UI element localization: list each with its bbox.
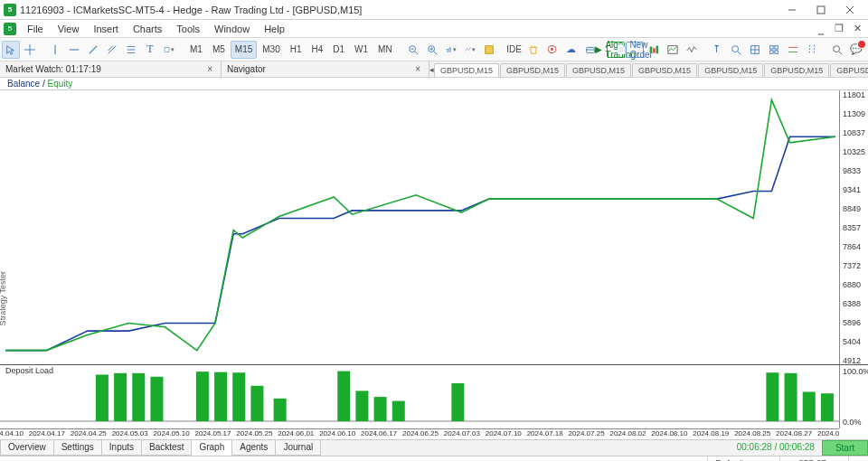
status-ping[interactable]: ◢255.67 ms	[779, 456, 848, 461]
svg-rect-24	[485, 45, 493, 53]
menu-view[interactable]: View	[51, 22, 87, 36]
tester-tab-inputs[interactable]: Inputs	[101, 440, 142, 456]
chart-tab[interactable]: GBPUSD,M15	[566, 63, 631, 77]
deposit-load-bar	[337, 372, 350, 421]
ide-button[interactable]: IDE	[505, 41, 524, 59]
mdi-close-button[interactable]: ✕	[848, 22, 866, 36]
menu-file[interactable]: File	[20, 22, 51, 36]
autoscroll-button[interactable]	[727, 41, 745, 59]
timeframe-h4[interactable]: H4	[307, 41, 328, 59]
timeframe-m1[interactable]: M1	[185, 41, 207, 59]
tester-tab-journal[interactable]: Journal	[275, 440, 321, 456]
status-profile[interactable]: Default	[707, 456, 779, 461]
xaxis-label: 2024.04.17	[29, 429, 65, 437]
timeframe-w1[interactable]: W1	[350, 41, 373, 59]
market-button[interactable]	[524, 41, 542, 59]
shift-button[interactable]: ⤒	[708, 41, 726, 59]
tile-button[interactable]	[765, 41, 783, 59]
hline-tool-button[interactable]	[65, 41, 83, 59]
menu-help[interactable]: Help	[257, 22, 292, 36]
menu-tools[interactable]: Tools	[169, 22, 207, 36]
tester-start-button[interactable]: Start	[822, 440, 868, 456]
timeframe-m5[interactable]: M5	[208, 41, 230, 59]
period-sep-button[interactable]	[803, 41, 821, 59]
legend-balance: Balance	[7, 79, 40, 89]
signals-button[interactable]: ⦿	[543, 41, 561, 59]
depth-button[interactable]	[645, 41, 663, 59]
objects-tool-button[interactable]: ▾	[160, 41, 178, 59]
xaxis-label: 2024.05.25	[236, 429, 272, 437]
chart-tab[interactable]: GBPUSD,M15	[434, 63, 499, 77]
deposit-load-bar	[451, 383, 464, 421]
tester-tab-overview[interactable]: Overview	[0, 440, 54, 456]
tester-elapsed-time: 00:06:28 / 00:06:28	[730, 440, 822, 456]
svg-rect-23	[449, 48, 451, 52]
market-watch-label: Market Watch: 01:17:19	[5, 64, 101, 74]
indicators-button[interactable]: ▾	[461, 41, 479, 59]
crosshair-tool-button[interactable]	[21, 41, 39, 59]
quotes-button[interactable]	[683, 41, 701, 59]
equity-chart[interactable]: 1180111309108371032598339341884983577864…	[0, 90, 868, 365]
mdi-minimize-button[interactable]: ‗	[812, 22, 830, 36]
cursor-tool-button[interactable]	[2, 41, 20, 59]
chart-yaxis: 1180111309108371032598339341884983577864…	[839, 90, 868, 364]
xaxis-label: 2024.05.03	[112, 429, 148, 437]
xaxis-label: 2024.08.19	[693, 429, 729, 437]
templates-button[interactable]	[480, 41, 498, 59]
new-order-button[interactable]: 📄 New Order	[626, 42, 644, 58]
timeframe-d1[interactable]: D1	[328, 41, 349, 59]
svg-line-47	[838, 51, 841, 53]
chart-xaxis: 2024.04.102024.04.172024.04.252024.05.03…	[0, 428, 839, 439]
menu-charts[interactable]: Charts	[126, 22, 169, 36]
close-button[interactable]	[835, 1, 864, 19]
market-watch-header[interactable]: Market Watch: 01:17:19 ×	[0, 61, 222, 77]
tester-tab-settings[interactable]: Settings	[53, 440, 102, 456]
menu-window[interactable]: Window	[207, 22, 257, 36]
chart-tab[interactable]: GBPUSD,M15	[830, 63, 868, 77]
fibo-tool-button[interactable]	[122, 41, 140, 59]
timeframe-h1[interactable]: H1	[286, 41, 307, 59]
minimize-button[interactable]	[778, 1, 807, 19]
trade-levels-button[interactable]	[784, 41, 802, 59]
vps-button[interactable]: ☁	[562, 41, 580, 59]
app-logo-icon: 5	[4, 4, 16, 16]
zoom-out-button[interactable]	[404, 41, 422, 59]
zoom-in-button[interactable]	[423, 41, 441, 59]
chart-tab[interactable]: GBPUSD,M15	[632, 63, 697, 77]
maximize-button[interactable]	[807, 1, 835, 19]
window-title: 11216903 - ICMarketsSC-MT5-4 - Hedge - R…	[20, 5, 362, 15]
menu-insert[interactable]: Insert	[86, 22, 126, 36]
mdi-restore-button[interactable]: ❐	[830, 22, 848, 36]
sub-ybottom: 0.0%	[843, 418, 862, 427]
text-tool-button[interactable]: T	[141, 41, 159, 59]
navigator-close-icon[interactable]: ×	[412, 64, 423, 74]
legend-equity: Equity	[47, 79, 72, 89]
timeframe-m30[interactable]: M30	[258, 41, 284, 59]
equidistant-tool-button[interactable]	[103, 41, 121, 59]
deposit-load-bar	[803, 392, 816, 421]
chart-tab[interactable]: GBPUSD,M15	[698, 63, 763, 77]
market-watch-close-icon[interactable]: ×	[204, 64, 215, 74]
svg-rect-31	[656, 45, 658, 53]
deposit-load-chart[interactable]: Deposit Load 100.0% 0.0%	[0, 365, 868, 428]
notifications-button[interactable]: 💬	[847, 41, 865, 59]
deposit-load-bar	[196, 372, 209, 421]
svg-rect-38	[769, 45, 772, 48]
xaxis-label: 2024.06.10	[319, 429, 355, 437]
yaxis-label: 9341	[843, 185, 861, 194]
tester-tab-backtest[interactable]: Backtest	[141, 440, 192, 456]
vline-tool-button[interactable]	[46, 41, 64, 59]
timeframe-mn[interactable]: MN	[373, 41, 397, 59]
chart-tab[interactable]: GBPUSD,M15	[764, 63, 829, 77]
navigator-header[interactable]: Navigator ×	[222, 61, 429, 77]
chart-type-button[interactable]: ▾	[442, 41, 460, 59]
chart-window-button[interactable]	[664, 41, 682, 59]
timeframe-m15[interactable]: M15	[231, 41, 257, 59]
tester-tab-agents[interactable]: Agents	[231, 440, 276, 456]
search-button[interactable]	[828, 41, 846, 59]
chart-tab[interactable]: GBPUSD,M15	[500, 63, 565, 77]
tester-tab-graph[interactable]: Graph	[191, 440, 232, 456]
deposit-load-bar	[232, 372, 245, 421]
trendline-tool-button[interactable]	[84, 41, 102, 59]
grid-button[interactable]	[746, 41, 764, 59]
